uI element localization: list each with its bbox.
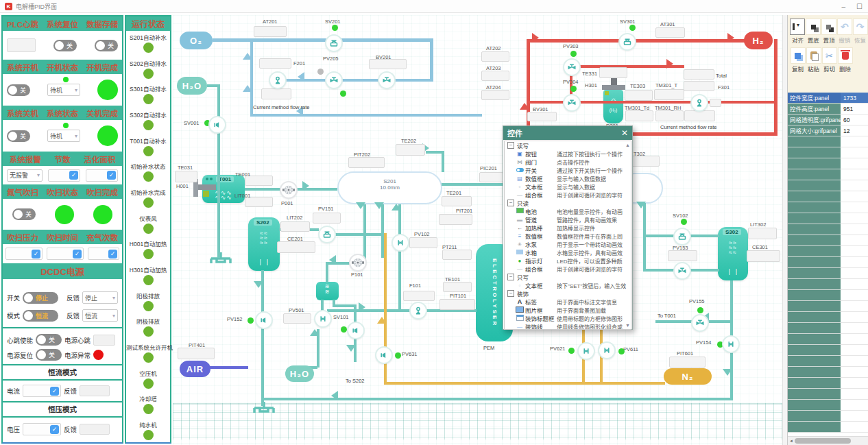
property-row-empty[interactable] — [788, 334, 868, 345]
PV621-valve-icon[interactable] — [577, 342, 595, 360]
PV102-valve-icon[interactable] — [391, 234, 409, 252]
alarm-select[interactable]: 无报警▾ — [7, 169, 43, 182]
property-row[interactable]: 控件宽度:panel1733 — [788, 93, 868, 104]
tank-S202[interactable]: S202 ≈≈≈≈≈≈ ❘ ❘ — [248, 217, 280, 271]
value-box[interactable] — [396, 144, 425, 156]
value-box[interactable] — [178, 348, 215, 359]
power-heartbeat-field[interactable] — [93, 335, 115, 346]
property-row-empty[interactable] — [788, 257, 868, 268]
collapse-icon[interactable]: – — [507, 142, 514, 149]
collapse-icon[interactable]: – — [507, 290, 514, 297]
value-box[interactable] — [748, 228, 777, 239]
property-row-empty[interactable] — [788, 290, 868, 301]
BV201-valve-icon[interactable] — [378, 71, 396, 89]
palette-list[interactable]: ▲ ▼ –读写▣按钮通过按下按钮执行一个操作⋈阀门点击操作控件开关通过按下开关执… — [504, 141, 631, 330]
property-value[interactable]: 12 — [841, 125, 868, 136]
system-start-toggle[interactable]: 关 — [7, 84, 30, 96]
heartbeat-enable-toggle[interactable]: 关 — [36, 334, 62, 346]
power-reset-toggle[interactable]: 关 — [36, 349, 62, 361]
置底-button[interactable]: 置底 — [806, 19, 821, 44]
palette-item-组合框[interactable]: —组合框用于创建可循环浏览的字符 — [505, 191, 631, 199]
system-reset-toggle[interactable]: 关 — [53, 40, 77, 51]
PV611-valve-icon[interactable] — [598, 341, 616, 359]
PV152-valve-icon[interactable] — [255, 311, 273, 329]
cell-count-field[interactable]: ✓ — [48, 169, 80, 182]
back-icon[interactable] — [806, 19, 821, 35]
value-box[interactable] — [348, 157, 385, 168]
value-box[interactable] — [479, 172, 503, 182]
剪切-button[interactable]: ✂剪切 — [821, 47, 837, 73]
palette-item-水箱[interactable]: 水箱水箱显示控件，具有动画效 — [505, 248, 631, 256]
separator-S201[interactable]: S201 10.0mm — [337, 171, 442, 204]
property-row-empty[interactable] — [788, 356, 868, 367]
粘贴-button[interactable]: 粘贴 — [806, 47, 821, 73]
property-row-empty[interactable] — [788, 191, 868, 202]
close-icon[interactable]: ✕ — [621, 128, 628, 138]
flow-meter-valve-icon[interactable] — [409, 302, 427, 320]
P001-pump-icon[interactable] — [280, 181, 298, 199]
flow-meter-valve-icon[interactable] — [269, 71, 287, 89]
palette-item-装饰标题框[interactable]: 装饰标题框使用带标题的方框修饰图形 — [505, 314, 631, 322]
property-row-empty[interactable] — [788, 411, 868, 422]
value-box[interactable] — [684, 69, 714, 80]
删除-button[interactable]: 删除 — [837, 47, 853, 73]
property-row-empty[interactable] — [788, 235, 868, 246]
palette-item-数值框[interactable]: ▤数值框显示与输入数值数据 — [505, 174, 631, 182]
property-row-empty[interactable] — [788, 345, 868, 356]
value-box[interactable] — [625, 90, 653, 101]
collapse-icon[interactable]: – — [507, 200, 514, 206]
data-storage-toggle[interactable]: 关 — [95, 40, 118, 51]
PV304-valve-icon[interactable] — [563, 94, 581, 112]
PV205-valve-icon[interactable] — [325, 71, 343, 89]
flow-meter-valve-icon[interactable] — [690, 94, 708, 112]
value-box[interactable] — [369, 59, 407, 69]
current-feedback-field[interactable] — [80, 385, 110, 396]
value-box[interactable] — [442, 196, 472, 206]
property-value[interactable]: 1733 — [841, 93, 868, 104]
value-box[interactable] — [747, 250, 780, 262]
property-row-empty[interactable] — [788, 246, 868, 257]
property-row-empty[interactable] — [788, 180, 868, 191]
heater-D301[interactable]: ☼ (H₂) — [603, 90, 623, 123]
palette-item-按钮[interactable]: ▣按钮通过按下按钮执行一个操作 — [505, 149, 631, 158]
SV201-valve-icon[interactable] — [325, 34, 343, 52]
palette-item-数值框[interactable]: ≡数值框数值框控件用于在界面上同 — [505, 232, 631, 240]
controls-palette-window[interactable]: 控件 ✕ ▲ ▼ –读写▣按钮通过按下按钮执行一个操作⋈阀门点击操作控件开关通过… — [503, 125, 633, 330]
panel-horizontal-scrollbar[interactable]: ◂ — [788, 436, 868, 445]
palette-group[interactable]: –只读 — [505, 199, 631, 207]
dcdc-switch-toggle[interactable]: 停止 — [23, 292, 58, 304]
property-value[interactable]: 951 — [841, 104, 868, 115]
value-box[interactable] — [684, 110, 715, 121]
scroll-left-icon[interactable]: ◂ — [788, 438, 795, 444]
SV301-valve-icon[interactable] — [618, 33, 636, 51]
PV154-valve-icon[interactable] — [722, 335, 740, 353]
value-box[interactable] — [283, 313, 311, 324]
front-icon[interactable] — [821, 19, 836, 35]
property-row[interactable]: 控件高度:panel951 — [788, 104, 868, 115]
value-box[interactable] — [655, 110, 684, 121]
value-box[interactable] — [439, 214, 472, 225]
fill-count-field[interactable]: ✓ — [88, 248, 119, 260]
property-row-empty[interactable] — [788, 213, 868, 224]
value-box[interactable] — [277, 241, 315, 253]
heat-exchanger[interactable]: ≋≋ — [316, 282, 339, 300]
system-state-select[interactable]: 待机▾ — [47, 130, 80, 142]
value-box[interactable] — [625, 110, 653, 121]
置顶-button[interactable]: 置顶 — [821, 19, 837, 44]
start-state-select[interactable]: 待机▾ — [47, 84, 80, 96]
palette-group[interactable]: –读写 — [505, 141, 631, 149]
property-row-empty[interactable] — [788, 136, 868, 147]
property-row-empty[interactable] — [788, 367, 868, 378]
voltage-feedback-field[interactable] — [80, 424, 110, 435]
palette-item-标签[interactable]: A标签用于界面中标注文字信息 — [505, 298, 631, 306]
palette-item-图片框[interactable]: 图片框用于界面背景图加载 — [505, 306, 631, 314]
purge-time-field[interactable]: ✓ — [47, 248, 84, 260]
PV501-valve-icon[interactable] — [314, 310, 332, 328]
value-box[interactable] — [313, 213, 341, 224]
plc-heartbeat-field[interactable] — [7, 38, 36, 52]
value-box[interactable] — [280, 221, 310, 232]
property-value[interactable]: 60 — [841, 115, 868, 125]
property-row[interactable]: 网格大小:grifpanel12 — [788, 125, 868, 136]
PV155-valve-icon[interactable] — [691, 314, 709, 332]
PV153-valve-icon[interactable] — [673, 262, 691, 280]
